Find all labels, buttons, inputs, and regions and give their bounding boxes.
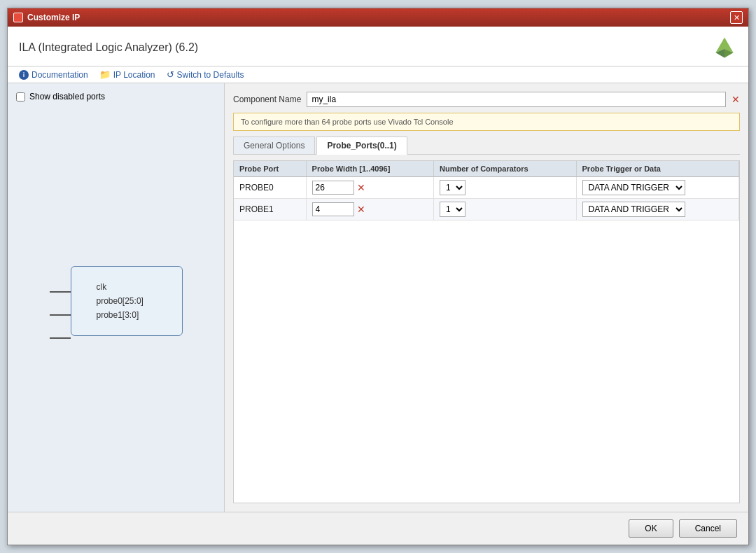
ip-location-label: IP Location [113,70,155,80]
trigger-data-cell-1: DATA AND TRIGGER DATA ONLY TRIGGER ONLY [576,199,738,220]
trigger-data-select-0[interactable]: DATA AND TRIGGER DATA ONLY TRIGGER ONLY [582,180,685,195]
dialog-icon [13,13,23,22]
probe-port-1: PROBE1 [234,199,306,220]
right-panel: Component Name ✕ To configure more than … [225,83,748,512]
table-row: PROBE1 ✕ 1 [234,199,739,220]
comparators-cell-0: 1 2 3 4 [434,177,576,199]
probe-width-input-1[interactable] [312,202,354,216]
table-header-row: Probe Port Probe Width [1..4096] Number … [234,161,739,177]
col-num-comparators: Number of Comparators [434,161,576,177]
show-disabled-label: Show disabled ports [29,92,105,102]
footer: OK Cancel [8,512,748,545]
comparators-cell-1: 1 2 3 4 [434,199,576,220]
main-dialog: Customize IP ✕ ILA (Integrated Logic Ana… [7,8,749,545]
probe-width-clear-0[interactable]: ✕ [357,183,365,192]
ok-button[interactable]: OK [629,519,673,538]
ip-location-button[interactable]: 📁 IP Location [99,69,155,80]
table-wrapper: Probe Port Probe Width [1..4096] Number … [233,160,740,503]
probe-width-cell-1: ✕ [306,199,434,220]
title-bar: Customize IP ✕ [8,8,748,27]
clk-pin-line [50,291,71,293]
documentation-button[interactable]: i Documentation [19,70,88,80]
dialog-title: ILA (Integrated Logic Analyzer) (6.2) [19,41,198,54]
diagram-area: clk probe0[25:0] probe1[3:0] [16,113,216,503]
refresh-icon: ↺ [167,69,174,80]
tabs-container: General Options Probe_Ports(0..1) [233,136,740,155]
show-disabled-checkbox[interactable] [16,92,25,102]
probe-width-cell-0: ✕ [306,177,434,199]
probe0-pin-line [50,314,71,316]
col-probe-port: Probe Port [234,161,306,177]
tab-general-options[interactable]: General Options [233,136,315,154]
info-text: To configure more than 64 probe ports us… [241,118,454,126]
component-box: clk probe0[25:0] probe1[3:0] [71,266,183,336]
table-row: PROBE0 ✕ 1 [234,177,739,199]
left-panel: Show disabled ports [8,83,225,512]
component-name-input[interactable] [307,92,726,107]
trigger-data-select-1[interactable]: DATA AND TRIGGER DATA ONLY TRIGGER ONLY [582,202,685,217]
col-trigger-data: Probe Trigger or Data [576,161,738,177]
close-button[interactable]: ✕ [730,11,743,24]
comparators-select-1[interactable]: 1 2 3 4 [440,202,465,217]
component-name-clear-button[interactable]: ✕ [732,94,740,105]
component-name-row: Component Name ✕ [233,92,740,107]
pin-clk: clk [97,282,165,292]
probe-width-input-0[interactable] [312,181,354,195]
tabs-row: General Options Probe_Ports(0..1) [233,136,740,155]
info-icon: i [19,70,29,80]
switch-defaults-button[interactable]: ↺ Switch to Defaults [167,69,244,80]
cancel-button[interactable]: Cancel [679,519,737,538]
toolbar: i Documentation 📁 IP Location ↺ Switch t… [8,66,748,83]
comparators-select-0[interactable]: 1 2 3 4 [440,180,465,195]
documentation-label: Documentation [31,70,88,80]
component-name-label: Component Name [233,94,301,104]
info-banner: To configure more than 64 probe ports us… [233,113,740,131]
probe-table: Probe Port Probe Width [1..4096] Number … [234,161,739,220]
trigger-data-cell-0: DATA AND TRIGGER DATA ONLY TRIGGER ONLY [576,177,738,199]
window-title: Customize IP [27,13,80,22]
switch-defaults-label: Switch to Defaults [177,70,244,80]
probe-port-0: PROBE0 [234,177,306,199]
col-probe-width: Probe Width [1..4096] [306,161,434,177]
probe-width-clear-1[interactable]: ✕ [357,204,365,214]
main-content: Show disabled ports [8,83,748,512]
dialog-header: ILA (Integrated Logic Analyzer) (6.2) [8,27,748,66]
pin-probe0: probe0[25:0] [97,296,165,306]
tab-probe-ports[interactable]: Probe_Ports(0..1) [316,136,407,155]
pin-probe1: probe1[3:0] [97,310,165,320]
probe1-pin-line [50,337,71,339]
vivado-logo [712,35,737,60]
show-disabled-ports-row: Show disabled ports [16,92,105,102]
folder-icon: 📁 [99,69,111,80]
